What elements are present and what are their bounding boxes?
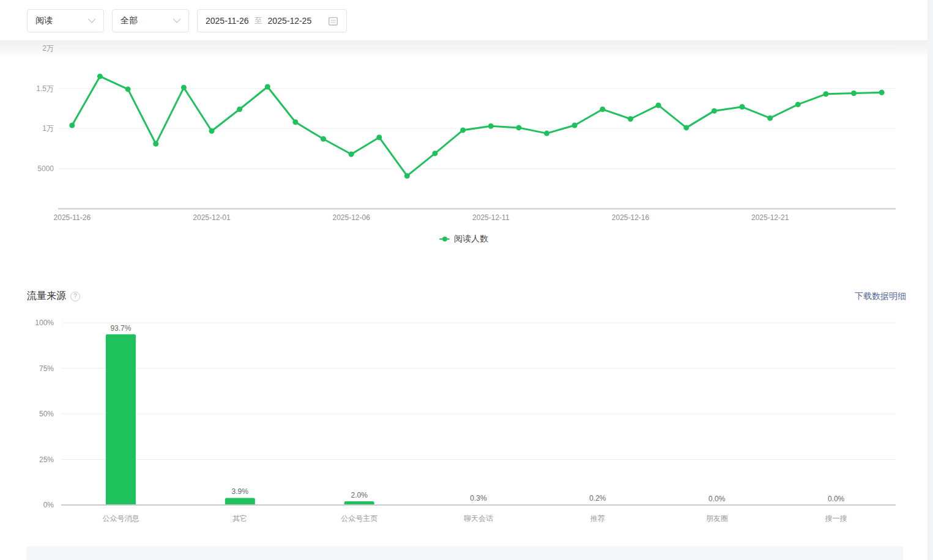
- data-point[interactable]: [209, 128, 215, 134]
- data-point[interactable]: [265, 84, 270, 90]
- bar-category-label: 公众号消息: [102, 514, 139, 523]
- x-axis-tick-label: 2025-12-01: [193, 213, 231, 222]
- section-title: 流量来源: [27, 290, 66, 303]
- data-point[interactable]: [125, 86, 131, 92]
- data-point[interactable]: [767, 116, 773, 121]
- data-point[interactable]: [683, 125, 689, 130]
- bar-category-label: 公众号主页: [341, 514, 377, 523]
- traffic-source-header: 流量来源 ? 下载数据明细: [0, 290, 927, 304]
- traffic-source-bar-chart: 100%75%50%25%0%93.7%公众号消息3.9%其它2.0%公众号主页…: [0, 315, 927, 529]
- data-point[interactable]: [572, 123, 578, 128]
- y-axis-tick-label: 100%: [35, 319, 54, 327]
- data-point[interactable]: [321, 136, 326, 142]
- data-point[interactable]: [712, 108, 717, 114]
- data-point[interactable]: [795, 101, 801, 107]
- data-point[interactable]: [879, 90, 885, 95]
- x-axis-tick-label: 2025-11-26: [54, 213, 91, 222]
- legend-item-read-count[interactable]: 阅读人数: [439, 234, 488, 245]
- data-point[interactable]: [376, 134, 382, 140]
- bar-value-label: 0.0%: [708, 495, 726, 503]
- date-range-separator: 至: [255, 15, 262, 26]
- y-axis-tick-label: 5000: [37, 164, 54, 173]
- data-point[interactable]: [516, 125, 522, 130]
- scrollbar-track[interactable]: [927, 0, 933, 560]
- metric-select-value: 阅读: [35, 15, 90, 26]
- read-trend-line-chart: 2万1.5万1万50002025-11-262025-12-012025-12-…: [0, 37, 927, 227]
- data-point[interactable]: [628, 116, 633, 122]
- bar-value-label: 0.0%: [828, 495, 845, 503]
- bar-value-label: 0.3%: [470, 494, 487, 503]
- bar-category-label: 推荐: [590, 514, 605, 523]
- data-point[interactable]: [488, 123, 494, 129]
- y-axis-tick-label: 1.5万: [36, 84, 54, 93]
- x-axis-tick-label: 2025-12-21: [751, 213, 789, 222]
- read-count-line: [72, 76, 882, 176]
- data-point[interactable]: [181, 85, 187, 90]
- data-point[interactable]: [600, 106, 605, 112]
- data-point[interactable]: [433, 150, 438, 156]
- data-point[interactable]: [851, 90, 857, 96]
- data-point[interactable]: [656, 103, 661, 108]
- bar-category-label: 搜一搜: [825, 514, 847, 523]
- data-point[interactable]: [740, 104, 745, 109]
- next-section-band: [26, 547, 903, 560]
- date-range-picker[interactable]: 2025-11-26 至 2025-12-25: [197, 9, 347, 32]
- calendar-icon: [328, 16, 338, 26]
- x-axis-tick-label: 2025-12-11: [472, 213, 510, 222]
- bar-category-label: 其它: [232, 514, 247, 523]
- bar-value-label: 3.9%: [232, 487, 249, 496]
- data-point[interactable]: [404, 173, 410, 179]
- y-axis-tick-label: 75%: [39, 364, 54, 373]
- data-point[interactable]: [823, 91, 828, 97]
- data-point[interactable]: [544, 131, 549, 136]
- filter-controls: 阅读 全部 2025-11-26 至 2025-12-25: [27, 9, 347, 32]
- data-point[interactable]: [460, 127, 466, 133]
- analytics-page: { "filters": { "metric_select": { "value…: [0, 0, 933, 560]
- y-axis-tick-label: 50%: [39, 410, 54, 418]
- data-point[interactable]: [237, 106, 242, 112]
- end-date-value: 2025-12-25: [268, 16, 312, 26]
- data-point[interactable]: [292, 119, 298, 125]
- y-axis-tick-label: 1万: [42, 124, 54, 133]
- download-data-link[interactable]: 下载数据明细: [855, 291, 906, 302]
- help-icon[interactable]: ?: [70, 292, 80, 301]
- y-axis-tick-label: 25%: [39, 455, 54, 464]
- bar-value-label: 2.0%: [351, 491, 368, 499]
- x-axis-tick-label: 2025-12-06: [332, 213, 370, 222]
- y-axis-tick-label: 2万: [42, 44, 54, 53]
- bar-category-label: 聊天会话: [464, 514, 493, 523]
- data-point[interactable]: [97, 73, 103, 79]
- data-point[interactable]: [153, 141, 158, 147]
- legend-label: 阅读人数: [454, 234, 488, 245]
- line-series-legend-icon: [439, 238, 450, 240]
- bar-value-label: 93.7%: [110, 324, 131, 333]
- scope-select[interactable]: 全部: [112, 9, 189, 32]
- bar[interactable]: [106, 334, 136, 505]
- metric-select[interactable]: 阅读: [27, 9, 104, 32]
- scope-select-value: 全部: [121, 15, 175, 26]
- chart-legend: 阅读人数: [0, 234, 927, 245]
- bar-category-label: 朋友圈: [706, 514, 728, 523]
- data-point[interactable]: [349, 152, 354, 157]
- filter-bar: 阅读 全部 2025-11-26 至 2025-12-25: [0, 0, 927, 40]
- start-date-value: 2025-11-26: [206, 16, 249, 26]
- data-point[interactable]: [69, 123, 75, 128]
- bar-value-label: 0.2%: [589, 494, 606, 503]
- y-axis-tick-label: 0%: [43, 501, 54, 509]
- bar[interactable]: [225, 498, 255, 505]
- x-axis-tick-label: 2025-12-16: [612, 213, 650, 222]
